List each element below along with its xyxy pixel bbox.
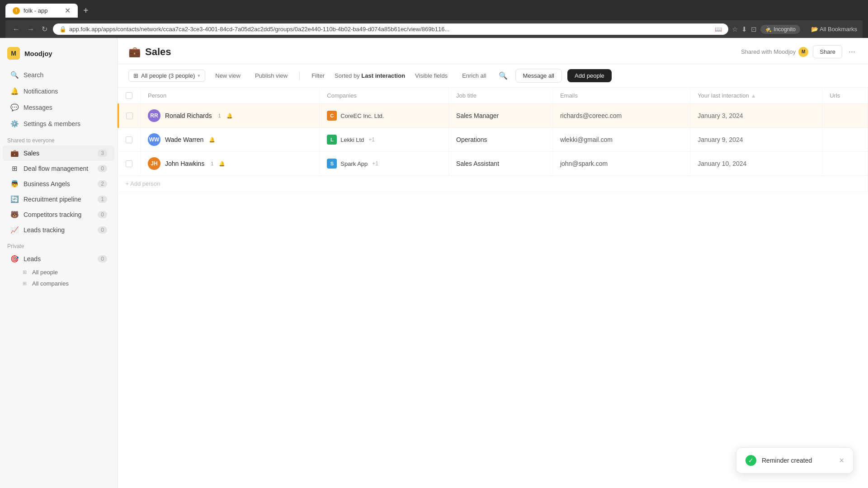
row-person-cell[interactable]: RR Ronald Richards 1 🔔 [141, 104, 320, 128]
row-email-cell: john@spark.com [552, 152, 690, 176]
row-checkbox[interactable] [126, 113, 133, 119]
visible-fields-button[interactable]: Visible fields [410, 70, 452, 81]
sidebar-item-search[interactable]: 🔍 Search [3, 67, 114, 83]
sidebar-item-leads-tracking[interactable]: 📈 Leads tracking 0 [3, 222, 114, 238]
all-people-icon: ⊞ [23, 269, 27, 275]
tab-label: folk - app [24, 7, 47, 14]
toast-notification: ✓ Reminder created × [736, 447, 854, 474]
row-company-cell[interactable]: L Lekki Ltd +1 [320, 128, 449, 152]
deal-flow-count: 0 [98, 165, 107, 172]
sidebar-item-sales[interactable]: 💼 Sales 3 [3, 145, 114, 161]
row-last-interaction-cell: January 9, 2024 [690, 128, 822, 152]
toast-icon: ✓ [745, 455, 756, 466]
person-badge: 1 [218, 113, 221, 118]
split-view-icon[interactable]: ⊡ [751, 25, 757, 33]
sidebar-item-messages[interactable]: 💬 Messages [3, 99, 114, 116]
th-urls: Urls [822, 88, 868, 104]
all-companies-icon: ⊞ [23, 281, 27, 286]
refresh-button[interactable]: ↻ [40, 23, 49, 35]
publish-view-button[interactable]: Publish view [250, 70, 292, 81]
row-person-cell[interactable]: WW Wade Warren 🔔 [141, 128, 320, 152]
sidebar-item-recruitment[interactable]: 🔄 Recruitment pipeline 1 [3, 192, 114, 207]
th-companies: Companies [320, 88, 449, 104]
sidebar-item-leads[interactable]: 🎯 Leads 0 [3, 251, 114, 267]
reader-mode-icon: 📖 [715, 26, 722, 33]
bookmark-icon[interactable]: ☆ [732, 25, 738, 33]
new-view-button[interactable]: New view [211, 70, 245, 81]
person-name: John Hawkins [165, 160, 204, 167]
sidebar-item-all-people[interactable]: ⊞ All people [3, 267, 114, 278]
app-name: Moodjoy [24, 50, 52, 57]
incognito-badge: 🕵 Incognito [760, 25, 800, 34]
row-checkbox-cell [118, 104, 141, 128]
page-title-text: Sales [145, 46, 171, 58]
url-bar[interactable]: 🔒 app.folk.app/apps/contacts/network/cca… [53, 23, 728, 35]
filter-button[interactable]: Filter [307, 70, 329, 81]
tab-close-button[interactable]: ✕ [65, 6, 71, 15]
competitors-label: Competitors tracking [24, 211, 93, 218]
table-row: RR Ronald Richards 1 🔔 C CoreEC Inc. Ltd… [118, 104, 868, 128]
company-logo: C [327, 111, 337, 121]
all-bookmarks[interactable]: 📂 All Bookmarks [811, 26, 857, 33]
competitors-count: 0 [98, 211, 107, 218]
bell-icon: 🔔 [226, 113, 233, 119]
row-job-title-cell: Operations [449, 128, 553, 152]
business-angels-icon: 👼 [10, 179, 19, 188]
sidebar-item-settings[interactable]: ⚙️ Settings & members [3, 116, 114, 132]
settings-icon: ⚙️ [10, 119, 19, 128]
th-job-title: Job title [449, 88, 553, 104]
sidebar-settings-label: Settings & members [24, 120, 107, 127]
toolbar: ⊞ All people (3 people) ▾ New view Publi… [118, 64, 868, 88]
sidebar-item-all-companies[interactable]: ⊞ All companies [3, 278, 114, 289]
leads-tracking-label: Leads tracking [24, 226, 93, 234]
bell-icon: 🔔 [219, 161, 225, 167]
browser-chrome: f folk - app ✕ + ← → ↻ 🔒 app.folk.app/ap… [0, 0, 868, 38]
sidebar-notifications-label: Notifications [24, 88, 107, 95]
sidebar-search-label: Search [24, 71, 107, 79]
view-chevron: ▾ [198, 73, 200, 79]
leads-label: Leads [24, 255, 93, 263]
person-badge: 1 [211, 161, 213, 166]
add-people-button[interactable]: Add people [567, 69, 612, 82]
row-company-cell[interactable]: C CoreEC Inc. Ltd. [320, 104, 449, 128]
notifications-icon: 🔔 [10, 87, 19, 96]
browser-tab-active[interactable]: f folk - app ✕ [5, 4, 78, 18]
business-angels-label: Business Angels [24, 180, 93, 188]
share-button[interactable]: Share [813, 45, 842, 58]
download-icon[interactable]: ⬇ [741, 25, 747, 33]
toast-message: Reminder created [762, 457, 834, 464]
recruitment-label: Recruitment pipeline [24, 196, 93, 203]
sort-icon: ▲ [751, 93, 756, 99]
toast-close-button[interactable]: × [839, 456, 844, 465]
row-last-interaction-cell: January 10, 2024 [690, 152, 822, 176]
more-options-button[interactable]: ··· [847, 45, 857, 58]
sidebar-item-notifications[interactable]: 🔔 Notifications [3, 83, 114, 99]
add-person-cell[interactable]: + Add person [118, 176, 868, 192]
incognito-icon: 🕵 [765, 26, 772, 33]
row-company-cell[interactable]: S Spark App +1 [320, 152, 449, 176]
enrich-all-button[interactable]: Enrich all [458, 70, 491, 81]
row-email-cell: richards@coreec.com [552, 104, 690, 128]
lock-icon: 🔒 [59, 26, 66, 33]
tab-favicon: f [13, 7, 20, 14]
add-person-row[interactable]: + Add person [118, 176, 868, 192]
new-tab-button[interactable]: + [80, 4, 92, 18]
th-last-interaction[interactable]: Your last interaction ▲ [690, 88, 822, 104]
sidebar-item-competitors[interactable]: 🐻 Competitors tracking 0 [3, 207, 114, 222]
view-icon: ⊞ [133, 72, 138, 79]
search-button[interactable]: 🔍 [496, 69, 510, 82]
row-person-cell[interactable]: JH John Hawkins 1 🔔 [141, 152, 320, 176]
person-avatar: RR [148, 109, 160, 122]
view-selector[interactable]: ⊞ All people (3 people) ▾ [128, 70, 205, 82]
incognito-label: Incognito [774, 26, 796, 33]
company-logo: S [327, 159, 337, 169]
select-all-checkbox[interactable] [126, 92, 132, 99]
row-checkbox[interactable] [126, 160, 132, 167]
sidebar-item-business-angels[interactable]: 👼 Business Angels 2 [3, 176, 114, 192]
forward-button[interactable]: → [25, 23, 36, 35]
sidebar-item-deal-flow[interactable]: ⊞ Deal flow management 0 [3, 161, 114, 176]
message-all-button[interactable]: Message all [515, 69, 562, 83]
row-checkbox[interactable] [126, 136, 132, 143]
back-button[interactable]: ← [11, 23, 22, 35]
row-job-title-cell: Sales Manager [449, 104, 553, 128]
